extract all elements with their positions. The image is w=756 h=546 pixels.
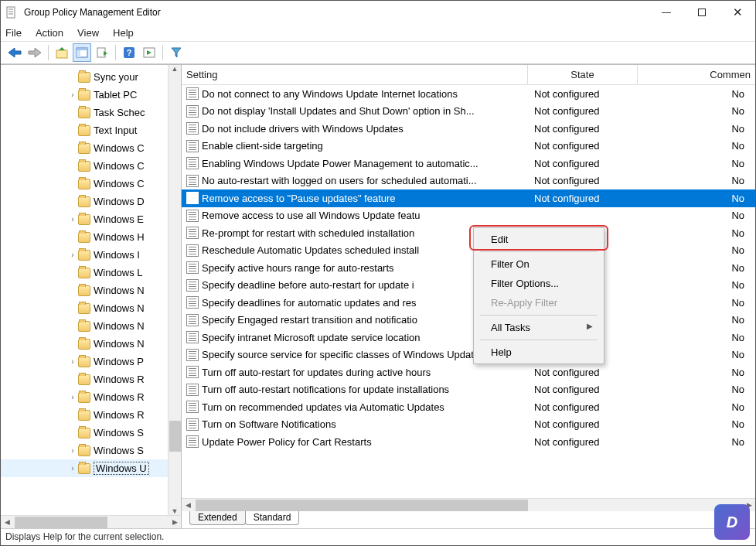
setting-row[interactable]: Turn off auto-restart for updates during… <box>182 363 755 381</box>
setting-row[interactable]: Specify deadlines for automatic updates … <box>182 294 755 312</box>
tree-item[interactable]: Windows N <box>1 299 168 317</box>
tree-item[interactable]: ›Windows P <box>1 353 168 370</box>
tree-vertical-scrollbar[interactable]: ▲ ▼ <box>168 65 181 515</box>
scrollbar-thumb[interactable] <box>169 421 181 452</box>
scrollbar-thumb[interactable] <box>15 517 107 528</box>
setting-state: Not configured <box>530 193 639 204</box>
tree-item[interactable]: Windows D <box>1 193 168 210</box>
column-setting-header[interactable]: Setting <box>182 65 528 84</box>
minimize-button[interactable]: — <box>649 1 684 24</box>
toolbar-sep <box>115 45 116 60</box>
setting-row[interactable]: Enable client-side targetingNot configur… <box>182 138 755 155</box>
setting-row[interactable]: Update Power Policy for Cart RestartsNot… <box>182 433 755 451</box>
tree-list[interactable]: Sync your›Tablet PCTask SchecText InputW… <box>1 65 168 515</box>
context-menu-help[interactable]: Help <box>475 343 602 362</box>
details-button[interactable] <box>140 43 158 62</box>
menu-help[interactable]: Help <box>113 27 134 39</box>
expander-icon[interactable]: › <box>67 393 78 401</box>
tree-item[interactable]: ›Windows I <box>1 246 168 264</box>
tree-horizontal-scrollbar[interactable]: ◀ ▶ <box>1 515 181 528</box>
menu-file[interactable]: File <box>5 27 22 39</box>
policy-icon <box>186 192 199 204</box>
tree-item[interactable]: Task Schec <box>1 104 168 121</box>
tree-item[interactable]: Windows C <box>1 157 168 175</box>
tree-item[interactable]: Windows R <box>1 370 168 388</box>
tree-item[interactable]: Windows S <box>1 424 168 442</box>
tree-item[interactable]: Text Input <box>1 121 168 139</box>
expander-icon[interactable]: › <box>67 464 78 473</box>
folder-icon <box>78 179 90 189</box>
close-button[interactable]: ✕ <box>720 1 755 24</box>
setting-row[interactable]: Enabling Windows Update Power Management… <box>182 155 755 172</box>
tree-item[interactable]: Sync your <box>1 68 168 86</box>
setting-row[interactable]: Specify deadline before auto-restart for… <box>182 277 755 295</box>
setting-comment: No <box>639 140 755 152</box>
tree-item[interactable]: Windows N <box>1 317 168 335</box>
tree-item[interactable]: Windows N <box>1 335 168 353</box>
setting-row[interactable]: Turn on recommended updates via Automati… <box>182 398 755 416</box>
setting-row[interactable]: Turn off auto-restart notifications for … <box>182 381 755 399</box>
tree-item[interactable]: Windows N <box>1 282 168 299</box>
help-button[interactable]: ? <box>120 43 138 62</box>
setting-row[interactable]: Turn on Software NotificationsNot config… <box>182 416 755 434</box>
setting-row[interactable]: Specify Engaged restart transition and n… <box>182 312 755 329</box>
tree-item[interactable]: Windows C <box>1 139 168 157</box>
tree-item[interactable]: Windows C <box>1 175 168 193</box>
setting-row[interactable]: Remove access to "Pause updates" feature… <box>182 189 755 207</box>
forward-button[interactable] <box>26 43 44 62</box>
tree-item-label: Sync your <box>94 71 138 83</box>
back-button[interactable] <box>5 43 24 62</box>
expander-icon[interactable]: › <box>67 215 78 224</box>
folder-icon <box>78 107 90 118</box>
setting-row[interactable]: Specify intranet Microsoft update servic… <box>182 329 755 346</box>
folder-icon <box>78 428 90 439</box>
setting-comment: No <box>639 244 755 256</box>
setting-row[interactable]: Reschedule Automatic Updates scheduled i… <box>182 242 755 260</box>
up-button[interactable] <box>53 43 71 62</box>
tree-item[interactable]: Windows R <box>1 406 168 424</box>
setting-row[interactable]: Re-prompt for restart with scheduled ins… <box>182 224 755 242</box>
setting-label: Do not include drivers with Windows Upda… <box>202 123 530 135</box>
tree-item[interactable]: ›Windows E <box>1 210 168 228</box>
tree-item[interactable]: ›Tablet PC <box>1 86 168 104</box>
expander-icon[interactable]: › <box>67 251 78 259</box>
setting-state: Not configured <box>530 123 639 135</box>
context-menu-all-tasks[interactable]: All Tasks▶ <box>475 318 602 337</box>
setting-row[interactable]: Do not include drivers with Windows Upda… <box>182 120 755 138</box>
settings-list[interactable]: Do not connect to any Windows Update Int… <box>182 85 755 498</box>
context-menu-filter-on[interactable]: Filter On <box>475 254 602 274</box>
setting-row[interactable]: Specify source service for specific clas… <box>182 346 755 364</box>
tree-item-label: Windows N <box>94 320 145 332</box>
show-hide-tree-button[interactable] <box>73 43 91 62</box>
watermark-text: D <box>727 514 737 531</box>
setting-comment: No <box>639 123 755 135</box>
titlebar[interactable]: Group Policy Management Editor — ✕ <box>1 1 755 24</box>
setting-row[interactable]: Do not connect to any Windows Update Int… <box>182 85 755 103</box>
tree-item[interactable]: Windows L <box>1 264 168 282</box>
context-menu-filter-options[interactable]: Filter Options... <box>475 274 602 293</box>
column-state-header[interactable]: State <box>528 65 638 84</box>
setting-row[interactable]: Remove access to use all Windows Update … <box>182 207 755 225</box>
expander-icon[interactable]: › <box>67 90 78 99</box>
tree-item[interactable]: Windows H <box>1 228 168 246</box>
list-horizontal-scrollbar[interactable]: ◀ ▶ <box>182 498 755 511</box>
tree-item[interactable]: ›Windows R <box>1 388 168 406</box>
setting-row[interactable]: Specify active hours range for auto-rest… <box>182 259 755 277</box>
menu-action[interactable]: Action <box>36 27 63 39</box>
scrollbar-thumb[interactable] <box>196 500 528 511</box>
menu-view[interactable]: View <box>77 27 99 39</box>
expander-icon[interactable]: › <box>67 357 78 366</box>
context-menu-edit[interactable]: Edit <box>475 230 602 249</box>
setting-row[interactable]: No auto-restart with logged on users for… <box>182 172 755 190</box>
filter-button[interactable] <box>167 43 186 62</box>
column-comment-header[interactable]: Commen <box>638 65 755 84</box>
tab-extended[interactable]: Extended <box>189 511 246 525</box>
setting-row[interactable]: Do not display 'Install Updates and Shut… <box>182 103 755 121</box>
tree-item[interactable]: ›Windows S <box>1 442 168 459</box>
export-button[interactable] <box>93 43 111 62</box>
tree-item-label: Windows C <box>94 142 145 154</box>
expander-icon[interactable]: › <box>67 446 78 455</box>
tree-item[interactable]: ›Windows U <box>1 459 168 477</box>
maximize-button[interactable] <box>684 1 720 24</box>
tab-standard[interactable]: Standard <box>245 511 300 525</box>
